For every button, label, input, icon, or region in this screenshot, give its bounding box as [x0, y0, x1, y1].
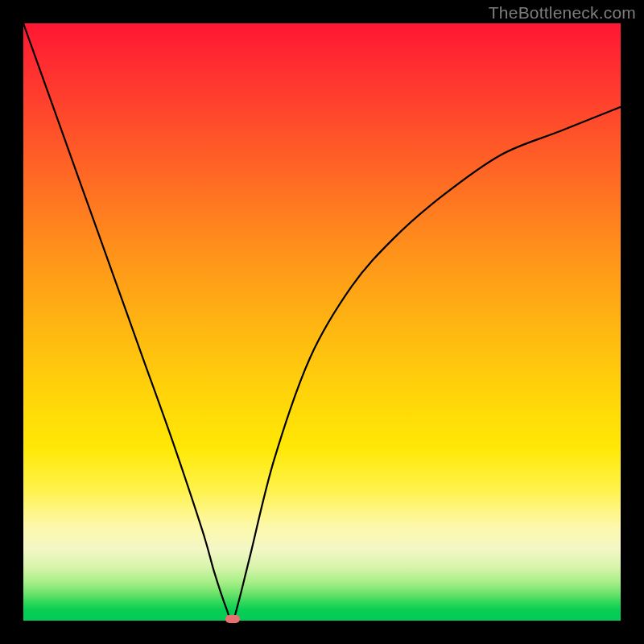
bottleneck-curve — [23, 23, 621, 621]
plot-area — [23, 23, 621, 621]
curve-path — [23, 23, 621, 621]
minimum-marker — [225, 615, 240, 623]
watermark-text: TheBottleneck.com — [489, 3, 636, 23]
